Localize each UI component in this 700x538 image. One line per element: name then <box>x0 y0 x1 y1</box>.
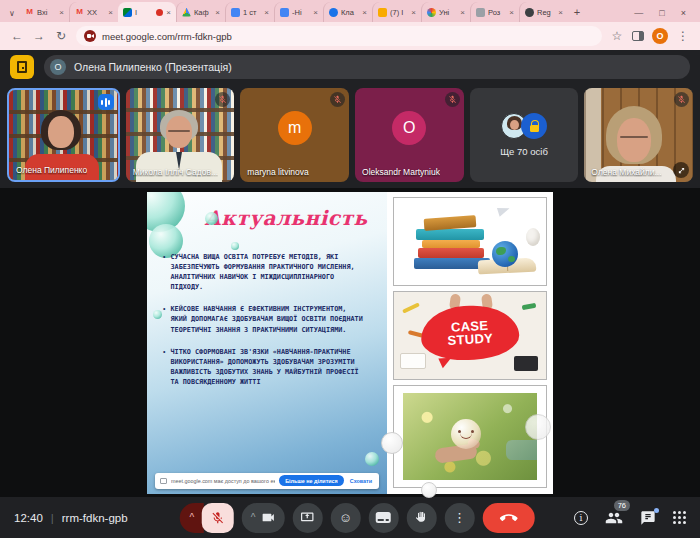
present-screen-button[interactable] <box>292 503 322 533</box>
more-options-button[interactable]: ⋮ <box>444 503 474 533</box>
tab-close-icon[interactable]: × <box>558 8 563 17</box>
back-button[interactable]: ← <box>10 29 24 43</box>
forward-button[interactable]: → <box>32 29 46 43</box>
tab-close-icon[interactable]: × <box>215 8 220 17</box>
printer-favicon <box>476 8 485 17</box>
new-tab-button[interactable]: + <box>568 3 586 21</box>
recording-indicator-icon <box>156 9 163 16</box>
tab-close-icon[interactable]: × <box>166 8 171 17</box>
camera-button[interactable] <box>260 510 275 525</box>
sleeve-decoration <box>506 440 537 460</box>
leave-call-button[interactable] <box>482 503 534 533</box>
browser-tab-gmail-2[interactable]: M XX × <box>69 2 118 22</box>
tab-close-icon[interactable]: × <box>59 8 64 17</box>
browser-tab-registry[interactable]: Reg × <box>519 2 568 22</box>
tab-title: -Ні <box>292 8 310 17</box>
tab-title: Каф <box>194 8 212 17</box>
browser-addressbar: ← → ↻ meet.google.com/rrm-fdkn-gpb ☆ О ⋮ <box>0 22 700 50</box>
window-maximize-button[interactable]: □ <box>659 8 664 18</box>
window-minimize-button[interactable]: — <box>634 8 643 18</box>
browser-tab-university[interactable]: Уні × <box>421 2 470 22</box>
presenter-pill[interactable]: О Олена Пилипенко (Презентація) <box>44 55 690 79</box>
tab-list-chevron-icon[interactable]: ∨ <box>4 4 20 22</box>
more-participants-label: Ще 70 осіб <box>500 146 548 157</box>
book <box>422 240 480 248</box>
participant-name: Oleksandr Martyniuk <box>362 167 440 177</box>
bullet-text: СУЧАСНА ВИЩА ОСВІТА ПОТРЕБУЄ МЕТОДІВ, ЯК… <box>170 252 365 293</box>
tab-close-icon[interactable]: × <box>313 8 318 17</box>
call-controls: ^ ^ ☺ <box>180 503 535 533</box>
book <box>418 248 484 258</box>
browser-tab-docs-1[interactable]: 1 ст × <box>225 2 274 22</box>
tab-title: І <box>135 8 153 17</box>
tab-title: XX <box>87 8 105 17</box>
bullet-marker: • <box>163 347 165 388</box>
tab-close-icon[interactable]: × <box>362 8 367 17</box>
docs-favicon <box>231 8 240 17</box>
video-tile-olena-pylypenko[interactable]: Олена Пилипенко <box>7 88 120 182</box>
browser-tab-docs-2[interactable]: -Ні × <box>274 2 323 22</box>
bubble-decoration <box>421 482 437 498</box>
raise-hand-button[interactable] <box>406 503 436 533</box>
reactions-button[interactable]: ☺ <box>330 503 360 533</box>
url-text[interactable]: meet.google.com/rrm-fdkn-gpb <box>102 31 232 42</box>
browser-tab-contacts[interactable]: Кла × <box>323 2 372 22</box>
photo-background <box>403 393 537 480</box>
egg-decoration <box>526 228 540 246</box>
slide-bullet: • СУЧАСНА ВИЩА ОСВІТА ПОТРЕБУЄ МЕТОДІВ, … <box>163 252 365 293</box>
bubble-decoration <box>365 452 379 466</box>
tab-close-icon[interactable]: × <box>509 8 514 17</box>
video-tile-mykola-sadovyi[interactable]: Микола Ілліч Садов... <box>126 88 235 182</box>
contacts-favicon <box>329 8 338 17</box>
yellow-extension-icon[interactable] <box>10 55 34 79</box>
tab-close-icon[interactable]: × <box>411 8 416 17</box>
browser-profile-avatar[interactable]: О <box>652 28 668 44</box>
mic-muted-icon <box>445 92 460 107</box>
participant-avatar: m <box>278 111 312 145</box>
meet-site-icon[interactable] <box>84 30 96 42</box>
tab-title: Вхі <box>37 8 56 17</box>
browser-tab-gmail-1[interactable]: M Вхі × <box>20 2 69 22</box>
slide-bullet: • ЧІТКО СФОРМОВАНІ ЗВ'ЯЗКИ «НАВЧАННЯ-ПРА… <box>163 347 365 388</box>
hide-share-bar-link[interactable]: Сховати <box>350 478 372 484</box>
window-close-button[interactable]: × <box>681 8 686 18</box>
url-bar[interactable]: meet.google.com/rrm-fdkn-gpb <box>76 26 602 46</box>
tab-close-icon[interactable]: × <box>460 8 465 17</box>
video-tile-olena-mykhailivna[interactable]: Олена Михайли... <box>584 88 693 182</box>
shared-slide: Актуальність • СУЧАСНА ВИЩА ОСВІТА ПОТРЕ… <box>147 192 553 494</box>
avatar-tile-maryna-litvinova[interactable]: m maryna litvinova <box>240 88 349 182</box>
chat-button[interactable] <box>640 510 656 526</box>
browser-menu-icon[interactable]: ⋮ <box>676 29 690 43</box>
more-participants-tile[interactable]: Ще 70 осіб <box>470 88 579 182</box>
globe-illustration <box>492 241 518 267</box>
captions-button[interactable] <box>368 503 398 533</box>
face <box>617 118 651 162</box>
info-icon: i <box>574 511 588 525</box>
tab-close-icon[interactable]: × <box>264 8 269 17</box>
browser-tab-drive[interactable]: Каф × <box>176 2 225 22</box>
tab-title: Reg <box>537 8 555 17</box>
mic-options-chevron[interactable]: ^ <box>180 503 204 533</box>
browser-tab-schedule[interactable]: Роз × <box>470 2 519 22</box>
slide-bullet: • КЕЙСОВЕ НАВЧАННЯ Є ЕФЕКТИВНИМ ІНСТРУМЕ… <box>163 304 365 335</box>
presenting-banner: О Олена Пилипенко (Презентація) <box>0 50 700 84</box>
bookmark-star-icon[interactable]: ☆ <box>610 29 624 43</box>
reload-button[interactable]: ↻ <box>54 29 68 43</box>
bullet-text: ЧІТКО СФОРМОВАНІ ЗВ'ЯЗКИ «НАВЧАННЯ-ПРАКТ… <box>170 347 365 388</box>
tab-close-icon[interactable]: × <box>108 8 113 17</box>
browser-tab-folder[interactable]: (7) І × <box>372 2 421 22</box>
expand-tile-icon[interactable] <box>673 162 689 178</box>
people-button[interactable]: 76 <box>605 509 623 527</box>
camera-options-chevron[interactable]: ^ <box>251 512 256 523</box>
side-panel-icon[interactable] <box>632 31 644 41</box>
browser-tab-meet-active[interactable]: І × <box>118 2 176 22</box>
participant-name: Микола Ілліч Садов... <box>133 167 218 177</box>
mic-muted-button[interactable] <box>202 503 234 533</box>
activities-button[interactable] <box>673 511 686 524</box>
meeting-details-button[interactable]: i <box>574 511 588 525</box>
stop-sharing-button[interactable]: Більше не ділитися <box>279 475 344 486</box>
avatar-tile-oleksandr-martyniuk[interactable]: O Oleksandr Martyniuk <box>355 88 464 182</box>
pencil-decoration <box>402 302 420 313</box>
slide-bullets: • СУЧАСНА ВИЩА ОСВІТА ПОТРЕБУЄ МЕТОДІВ, … <box>163 252 365 388</box>
bubble-decoration <box>153 310 162 319</box>
